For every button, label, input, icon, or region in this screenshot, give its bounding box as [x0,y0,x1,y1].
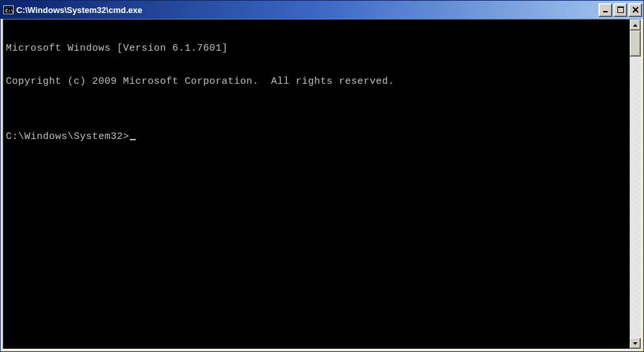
scroll-up-button[interactable] [630,19,641,31]
console-prompt-line: C:\Windows\System32> [6,131,627,142]
console-output[interactable]: Microsoft Windows [Version 6.1.7601] Cop… [3,19,630,349]
close-button[interactable] [628,3,642,17]
titlebar[interactable]: C:\ C:\Windows\System32\cmd.exe [1,1,643,19]
scroll-track[interactable] [630,31,641,338]
app-icon: C:\ [3,5,14,15]
vertical-scrollbar[interactable] [630,19,641,349]
cmd-window: C:\ C:\Windows\System32\cmd.exe Microsof… [0,0,644,352]
console-prompt: C:\Windows\System32> [6,131,129,142]
maximize-button[interactable] [613,3,627,17]
console-line: Copyright (c) 2009 Microsoft Corporation… [6,76,627,87]
minimize-button[interactable] [599,3,612,17]
console-line: Microsoft Windows [Version 6.1.7601] [6,43,627,54]
svg-text:C:\: C:\ [5,8,14,14]
svg-rect-1 [4,6,13,8]
window-title: C:\Windows\System32\cmd.exe [16,5,597,15]
svg-marker-8 [633,24,638,27]
scroll-thumb[interactable] [630,31,641,57]
svg-marker-9 [633,342,638,345]
client-area: Microsoft Windows [Version 6.1.7601] Cop… [3,19,641,349]
window-controls [597,3,642,17]
svg-rect-3 [603,11,608,12]
cursor [130,139,136,140]
svg-rect-5 [617,6,624,8]
scroll-down-button[interactable] [630,338,641,349]
